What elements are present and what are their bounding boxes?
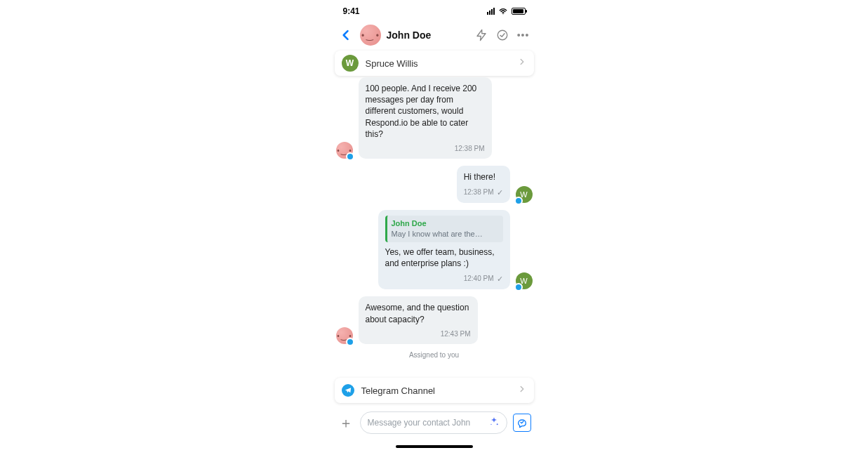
message-time: 12:43 PM	[441, 329, 471, 339]
assignee-avatar: W	[342, 55, 359, 72]
telegram-badge-icon	[346, 152, 354, 161]
quoted-reply-text: May I know what are the…	[392, 229, 490, 239]
chat-scroll[interactable]: 100 people. And I receive 200 messages p…	[330, 76, 538, 369]
telegram-badge-icon	[514, 283, 523, 291]
bolt-icon[interactable]	[474, 27, 489, 43]
ai-assist-icon[interactable]	[488, 416, 500, 430]
message-outgoing: John Doe May I know what are the… Yes, w…	[336, 210, 533, 289]
message-bubble[interactable]: John Doe May I know what are the… Yes, w…	[378, 210, 510, 289]
svg-point-4	[490, 423, 491, 424]
channel-name: Telegram Channel	[361, 385, 510, 396]
message-incoming: 100 people. And I receive 200 messages p…	[336, 77, 533, 159]
chevron-right-icon	[517, 57, 527, 70]
message-text: Hi there!	[464, 171, 503, 183]
check-circle-icon[interactable]	[495, 27, 510, 43]
more-icon[interactable]: •••	[516, 27, 531, 43]
svg-marker-1	[477, 30, 486, 41]
status-bar: 9:41	[330, 3, 538, 20]
telegram-badge-icon	[346, 338, 354, 346]
chevron-right-icon	[517, 384, 527, 397]
sent-check-icon: ✓	[497, 187, 503, 198]
quoted-reply-name: John Doe	[392, 218, 499, 229]
sent-check-icon: ✓	[497, 274, 503, 284]
message-outgoing: Hi there! 12:38 PM ✓ W	[336, 166, 533, 203]
assignee-name: Spruce Willis	[366, 58, 510, 69]
message-time: 12:38 PM	[464, 187, 494, 197]
svg-point-0	[502, 13, 503, 14]
channel-selector[interactable]: Telegram Channel	[335, 378, 534, 403]
battery-icon	[512, 8, 526, 15]
phone-frame: 9:41 • ‿ • John Doe ••• W Spruce Willis	[330, 3, 538, 452]
message-incoming: Awesome, and the question about capacity…	[336, 296, 533, 344]
svg-point-2	[498, 30, 507, 40]
message-text: Awesome, and the question about capacity…	[366, 302, 471, 324]
message-time: 12:38 PM	[455, 144, 485, 154]
message-input[interactable]: Message your contact John	[360, 411, 507, 434]
assignee-card[interactable]: W Spruce Willis	[335, 51, 534, 76]
attach-button[interactable]: ＋	[338, 414, 354, 431]
telegram-icon	[342, 384, 354, 397]
home-indicator	[330, 441, 538, 452]
quick-reply-button[interactable]	[513, 414, 531, 432]
quoted-reply[interactable]: John Doe May I know what are the…	[385, 216, 503, 242]
message-bubble[interactable]: Hi there! 12:38 PM ✓	[457, 166, 510, 203]
message-bubble[interactable]: 100 people. And I receive 200 messages p…	[359, 77, 492, 159]
message-text: 100 people. And I receive 200 messages p…	[366, 83, 485, 140]
status-indicators	[487, 6, 526, 16]
telegram-badge-icon	[514, 197, 523, 205]
composer: ＋ Message your contact John	[330, 409, 538, 441]
message-time: 12:40 PM	[464, 274, 494, 284]
cellular-signal-icon	[487, 8, 495, 15]
wifi-icon	[498, 6, 508, 16]
contact-title[interactable]: John Doe	[387, 29, 468, 41]
message-input-placeholder: Message your contact John	[368, 418, 484, 428]
svg-point-3	[496, 423, 498, 425]
message-text: Yes, we offer team, business, and enterp…	[385, 246, 503, 269]
back-button[interactable]	[338, 27, 354, 44]
assigned-label: Assigned to you	[336, 351, 533, 359]
status-time: 9:41	[343, 6, 360, 16]
bottom-section: Telegram Channel ＋ Message your contact …	[330, 375, 538, 452]
message-bubble[interactable]: Awesome, and the question about capacity…	[359, 296, 478, 344]
contact-avatar[interactable]: • ‿ •	[360, 25, 381, 46]
conversation-header: • ‿ • John Doe •••	[330, 20, 538, 51]
